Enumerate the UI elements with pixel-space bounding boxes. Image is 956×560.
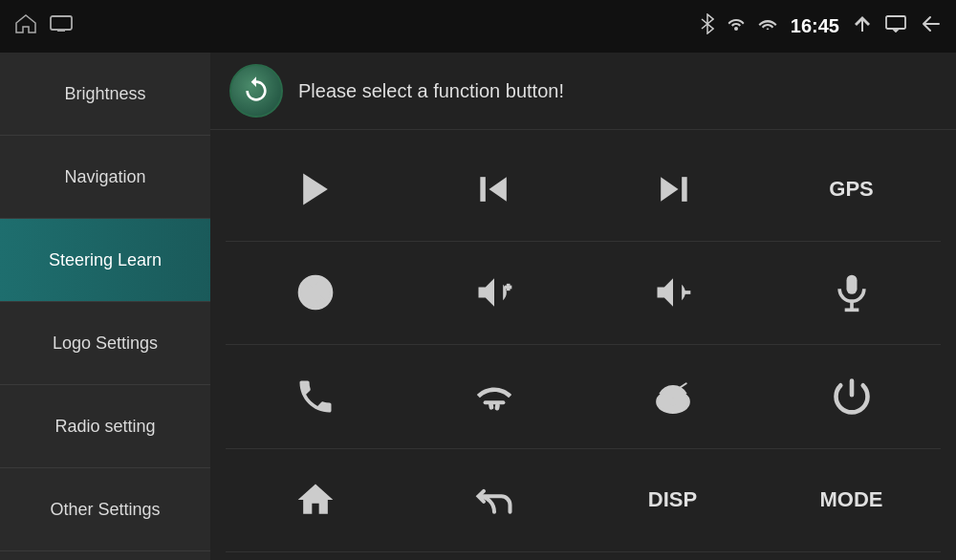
back-nav-button[interactable]	[404, 449, 583, 553]
play-button[interactable]	[226, 138, 404, 242]
status-time: 16:45	[791, 15, 839, 37]
sidebar-item-steering-learn[interactable]: Steering Learn	[0, 219, 210, 302]
home-nav-button[interactable]	[226, 449, 404, 553]
sidebar-item-brightness[interactable]: Brightness	[0, 53, 210, 136]
wifi-icon	[758, 16, 777, 36]
vol-down-button[interactable]	[583, 242, 762, 346]
power-button[interactable]	[762, 345, 941, 449]
svg-rect-9	[682, 177, 687, 202]
svg-marker-6	[489, 177, 506, 202]
back-arrow-icon[interactable]	[920, 14, 941, 38]
sidebar-item-other-settings[interactable]: Other Settings	[0, 468, 210, 551]
mode-button[interactable]: MODE	[762, 449, 941, 553]
prev-button[interactable]	[404, 138, 583, 242]
mic-button[interactable]	[762, 242, 941, 346]
home-icon[interactable]	[15, 14, 36, 38]
screen-icon[interactable]	[50, 15, 73, 37]
main-content: Brightness Navigation Steering Learn Log…	[0, 53, 956, 560]
sidebar: Brightness Navigation Steering Learn Log…	[0, 53, 210, 560]
sidebar-item-radio-setting[interactable]: Radio setting	[0, 385, 210, 468]
disp-button[interactable]: DISP	[583, 449, 762, 553]
svg-rect-0	[51, 16, 72, 30]
mute-button[interactable]	[226, 242, 404, 346]
svg-rect-7	[480, 177, 486, 202]
vol-up-button[interactable]	[404, 242, 583, 346]
arrow-up-icon	[853, 14, 872, 38]
content-area: Please select a function button! GPS	[210, 53, 956, 560]
svg-rect-15	[846, 275, 857, 294]
prompt-text: Please select a function button!	[298, 80, 564, 102]
svg-point-22	[668, 398, 676, 405]
refresh-button[interactable]	[229, 64, 283, 118]
signal-icon	[728, 15, 745, 37]
svg-rect-3	[886, 16, 905, 29]
function-button-grid: GPS	[210, 130, 956, 560]
status-bar: 16:45	[0, 0, 956, 53]
radio-button[interactable]	[583, 345, 762, 449]
sidebar-item-logo-settings[interactable]: Logo Settings	[0, 302, 210, 385]
svg-marker-5	[303, 173, 328, 205]
status-right-icons: 16:45	[701, 13, 941, 39]
bluetooth-icon	[701, 13, 714, 39]
sidebar-item-navigation[interactable]: Navigation	[0, 136, 210, 219]
status-left-icons	[15, 14, 73, 38]
hangup-button[interactable]	[404, 345, 583, 449]
svg-point-2	[734, 27, 738, 31]
svg-rect-1	[57, 30, 65, 32]
svg-marker-8	[661, 177, 678, 202]
phone-button[interactable]	[226, 345, 404, 449]
content-header: Please select a function button!	[210, 53, 956, 130]
cast-icon	[885, 15, 906, 37]
next-button[interactable]	[583, 138, 762, 242]
gps-button[interactable]: GPS	[762, 138, 941, 242]
